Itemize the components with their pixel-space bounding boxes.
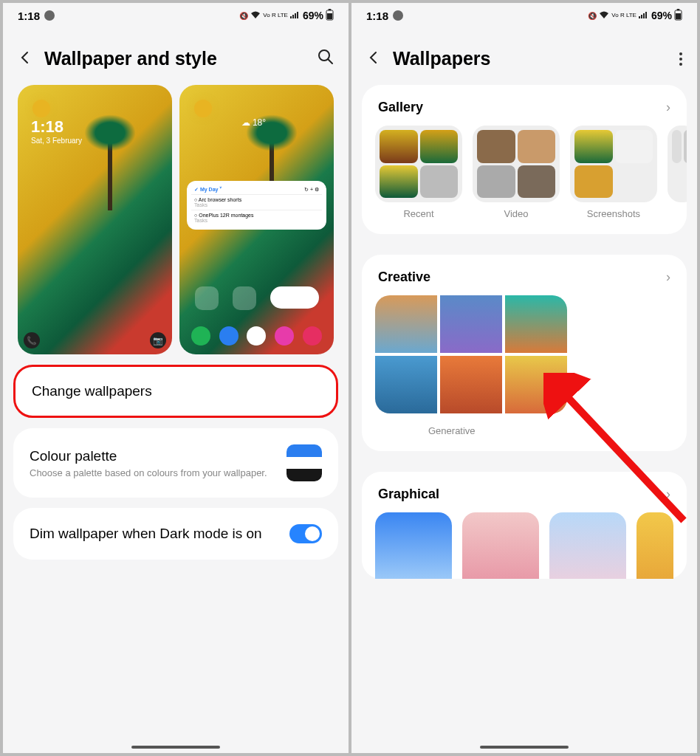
- gallery-item-video[interactable]: Video: [473, 126, 560, 219]
- chevron-right-icon: ›: [666, 100, 670, 115]
- screen-wallpaper-and-style: 1:18 🔇 Vo R LTE 69% Wallpaper and style: [3, 3, 349, 753]
- status-time: 1:18: [18, 10, 40, 22]
- home-dock: [190, 326, 323, 346]
- gallery-label: Recent: [403, 208, 433, 219]
- graphical-section: Graphical ›: [362, 472, 687, 579]
- status-time: 1:18: [366, 10, 388, 22]
- phone-shortcut-icon: 📞: [24, 332, 40, 348]
- camera-shortcut-icon: 📷: [150, 332, 166, 348]
- colour-palette-row[interactable]: Colour palette Choose a palette based on…: [13, 428, 338, 498]
- chevron-right-icon: ›: [666, 487, 670, 502]
- lock-date: Sat, 3 February: [31, 137, 82, 145]
- graphical-wallpaper[interactable]: [636, 512, 673, 579]
- change-wallpapers-label: Change wallpapers: [32, 383, 320, 399]
- page-header: Wallpapers: [351, 25, 697, 85]
- battery-icon: [326, 9, 334, 22]
- svg-rect-1: [327, 13, 332, 19]
- signal-icon: [639, 11, 648, 20]
- page-title: Wallpaper and style: [44, 48, 306, 69]
- home-indicator[interactable]: [131, 746, 220, 749]
- wifi-icon: [599, 10, 609, 21]
- graphical-header[interactable]: Graphical ›: [362, 487, 687, 512]
- creative-header[interactable]: Creative ›: [362, 269, 687, 295]
- battery-icon: [674, 9, 682, 22]
- home-indicator[interactable]: [480, 746, 569, 749]
- dnd-icon: [393, 10, 403, 21]
- tasks-widget: ✓ My Day ˅↻ + ⚙ ○ Arc browser shortsTask…: [187, 181, 326, 230]
- home-apps-row: [190, 286, 323, 310]
- home-screen-preview[interactable]: ☁ 18° ✓ My Day ˅↻ + ⚙ ○ Arc browser shor…: [179, 85, 334, 354]
- creative-section: Creative › Generative: [362, 255, 687, 451]
- more-icon[interactable]: [679, 52, 682, 66]
- palette-swatch: [286, 444, 322, 481]
- svg-rect-6: [676, 13, 681, 19]
- dim-wallpaper-title: Dim wallpaper when Dark mode is on: [30, 526, 262, 542]
- gallery-item-recent[interactable]: Recent: [375, 126, 462, 219]
- gallery-label: Video: [504, 208, 528, 219]
- dnd-icon: [44, 10, 55, 21]
- wifi-icon: [250, 10, 261, 21]
- search-icon[interactable]: [318, 49, 334, 69]
- gallery-header[interactable]: Gallery ›: [362, 100, 687, 126]
- lock-screen-preview[interactable]: 1:18 Sat, 3 February 📞 📷: [18, 85, 172, 354]
- graphical-wallpaper[interactable]: [462, 512, 539, 579]
- gallery-item-more[interactable]: [668, 126, 687, 219]
- graphical-wallpaper[interactable]: [549, 512, 626, 579]
- back-icon[interactable]: [18, 47, 32, 70]
- status-right: 🔇 Vo R LTE 69%: [239, 9, 334, 22]
- graphical-wallpaper[interactable]: [375, 512, 452, 579]
- screen-wallpapers: 1:18 🔇 Vo R LTE 69% Wallpapers: [351, 3, 697, 753]
- chevron-right-icon: ›: [666, 269, 670, 285]
- colour-palette-title: Colour palette: [30, 448, 267, 464]
- creative-title: Creative: [378, 269, 430, 285]
- status-right: 🔇 Vo R LTE 69%: [588, 9, 682, 22]
- gallery-title: Gallery: [378, 100, 423, 115]
- mute-icon: 🔇: [588, 12, 597, 20]
- colour-palette-sub: Choose a palette based on colours from y…: [30, 467, 267, 478]
- svg-rect-7: [677, 9, 680, 10]
- page-title: Wallpapers: [393, 48, 668, 69]
- status-bar: 1:18 🔇 Vo R LTE 69%: [3, 3, 349, 25]
- svg-rect-2: [329, 9, 332, 10]
- creative-item-generative[interactable]: Generative: [362, 295, 687, 436]
- network-indicator: Vo R LTE: [263, 13, 288, 18]
- gallery-label: Screenshots: [587, 208, 640, 219]
- battery-percent: 69%: [651, 10, 672, 21]
- gallery-section: Gallery › Recent: [362, 85, 687, 234]
- signal-icon: [290, 11, 299, 20]
- status-bar: 1:18 🔇 Vo R LTE 69%: [351, 3, 697, 25]
- page-header: Wallpaper and style: [3, 25, 349, 85]
- weather-widget: ☁ 18°: [241, 117, 267, 128]
- battery-percent: 69%: [303, 10, 323, 21]
- back-icon[interactable]: [366, 47, 381, 70]
- wallpaper-previews: 1:18 Sat, 3 February 📞 📷 ☁ 18° ✓ My Day …: [13, 85, 338, 354]
- lock-time: 1:18: [31, 117, 82, 137]
- dim-wallpaper-row: Dim wallpaper when Dark mode is on: [13, 508, 338, 560]
- mute-icon: 🔇: [239, 12, 248, 20]
- change-wallpapers-button[interactable]: Change wallpapers: [13, 365, 338, 418]
- svg-line-4: [328, 59, 332, 63]
- network-indicator: Vo R LTE: [611, 13, 636, 18]
- gallery-item-screenshots[interactable]: Screenshots: [570, 126, 657, 219]
- dim-wallpaper-toggle[interactable]: [289, 524, 322, 543]
- creative-label: Generative: [428, 425, 476, 436]
- graphical-title: Graphical: [378, 487, 439, 502]
